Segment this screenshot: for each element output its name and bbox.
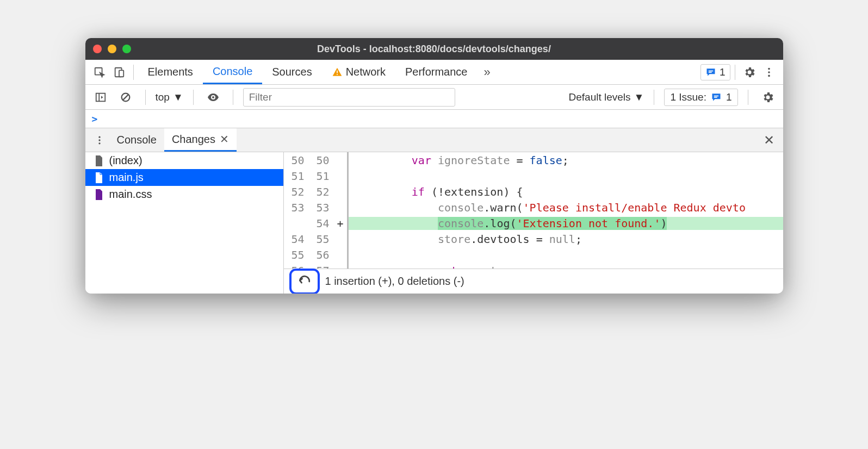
diff-row: 54+ console.log('Extension not found.') xyxy=(284,215,783,231)
diff-content[interactable]: 5050 var ignoreState = false;5151 5252 i… xyxy=(284,152,783,269)
svg-rect-2 xyxy=(119,70,123,77)
divider xyxy=(233,90,233,105)
traffic-lights xyxy=(93,45,131,53)
more-tabs-icon[interactable]: » xyxy=(478,63,497,82)
drawer-kebab-icon[interactable] xyxy=(90,130,109,150)
drawer-changes-label: Changes xyxy=(172,133,215,146)
svg-point-17 xyxy=(98,136,100,138)
tab-console[interactable]: Console xyxy=(203,60,262,84)
dropdown-icon: ▼ xyxy=(634,91,644,103)
maximize-window-button[interactable] xyxy=(122,45,131,53)
clear-console-icon[interactable] xyxy=(116,88,135,107)
context-selector[interactable]: top ▼ xyxy=(156,91,183,103)
titlebar: DevTools - localhost:8080/docs/devtools/… xyxy=(85,38,783,60)
tab-network[interactable]: Network xyxy=(322,60,395,84)
drawer-tab-console[interactable]: Console xyxy=(109,128,164,152)
svg-point-7 xyxy=(768,67,770,70)
inspect-element-icon[interactable] xyxy=(90,63,109,82)
svg-rect-10 xyxy=(96,93,105,101)
file-item-maincss[interactable]: main.css xyxy=(85,186,283,203)
svg-point-18 xyxy=(98,139,100,141)
message-icon xyxy=(705,67,716,78)
svg-rect-16 xyxy=(714,97,717,98)
main-tabs-bar: Elements Console Sources Network Perform… xyxy=(85,60,783,85)
diff-marker: + xyxy=(334,217,347,230)
issues-button[interactable]: 1 Issue: 1 xyxy=(664,89,737,106)
show-sidebar-icon[interactable] xyxy=(91,88,110,107)
levels-label: Default levels xyxy=(569,91,631,103)
settings-icon[interactable] xyxy=(740,63,759,82)
svg-rect-3 xyxy=(337,70,338,73)
close-drawer-icon[interactable]: ✕ xyxy=(759,130,779,150)
diff-marker xyxy=(334,154,347,167)
file-list: (index) main.js main.css xyxy=(85,152,284,294)
close-window-button[interactable] xyxy=(93,45,102,53)
diff-marker xyxy=(334,201,347,214)
svg-rect-15 xyxy=(714,95,718,96)
line-old: 52 xyxy=(284,185,309,198)
line-new: 52 xyxy=(309,185,334,198)
line-old: 55 xyxy=(284,248,309,261)
log-levels[interactable]: Default levels ▼ xyxy=(569,91,644,103)
line-new: 53 xyxy=(309,201,334,214)
revert-icon[interactable] xyxy=(295,272,314,291)
message-icon xyxy=(711,92,722,103)
svg-rect-5 xyxy=(709,70,713,71)
svg-rect-4 xyxy=(337,74,338,75)
divider xyxy=(735,65,735,80)
console-toolbar: top ▼ Default levels ▼ 1 Issue: 1 xyxy=(85,85,783,110)
code-line: var ignoreState = false; xyxy=(349,154,783,167)
diff-row: 5050 var ignoreState = false; xyxy=(284,152,783,168)
dropdown-icon: ▼ xyxy=(173,91,183,103)
svg-rect-6 xyxy=(709,72,712,73)
line-new: 56 xyxy=(309,248,334,261)
line-old: 54 xyxy=(284,233,309,246)
divider xyxy=(193,90,194,105)
line-old: 56 xyxy=(284,264,309,269)
issues-count: 1 xyxy=(726,91,732,103)
diff-row: 5657 return store; xyxy=(284,263,783,269)
file-item-index[interactable]: (index) xyxy=(85,152,283,169)
line-old: 53 xyxy=(284,201,309,214)
changes-panel: (index) main.js main.css 5050 var ignore… xyxy=(85,152,783,294)
diff-row: 5353 console.warn('Please install/enable… xyxy=(284,199,783,215)
svg-point-14 xyxy=(212,96,214,98)
close-tab-icon[interactable]: ✕ xyxy=(220,133,229,146)
line-old: 51 xyxy=(284,170,309,183)
device-toolbar-icon[interactable] xyxy=(109,63,129,82)
tab-sources[interactable]: Sources xyxy=(262,60,321,84)
drawer-tab-changes[interactable]: Changes ✕ xyxy=(164,128,237,152)
tab-performance[interactable]: Performance xyxy=(395,60,478,84)
diff-marker xyxy=(334,248,347,261)
diff-marker xyxy=(334,185,347,198)
issues-count: 1 xyxy=(720,66,726,78)
tab-network-label: Network xyxy=(346,66,386,78)
minimize-window-button[interactable] xyxy=(108,45,116,53)
issues-badge[interactable]: 1 xyxy=(700,64,730,80)
live-expression-icon[interactable] xyxy=(203,88,223,107)
gutter-bar xyxy=(347,247,349,263)
code-line: return store; xyxy=(349,264,783,269)
file-icon xyxy=(94,155,104,166)
line-new: 50 xyxy=(309,154,334,167)
code-line: console.warn('Please install/enable Redu… xyxy=(349,201,783,214)
code-line: if (!extension) { xyxy=(349,185,783,198)
code-line: store.devtools = null; xyxy=(349,233,783,246)
gutter-bar xyxy=(347,168,349,184)
code-line: console.log('Extension not found.') xyxy=(349,217,783,230)
file-item-mainjs[interactable]: main.js xyxy=(85,169,283,186)
file-icon xyxy=(94,189,104,200)
diff-row: 5556 xyxy=(284,247,783,263)
console-prompt[interactable]: > xyxy=(85,110,783,128)
line-new: 51 xyxy=(309,170,334,183)
kebab-menu-icon[interactable] xyxy=(759,63,779,82)
filter-input[interactable] xyxy=(243,88,455,107)
issues-label: 1 Issue: xyxy=(670,91,706,103)
tab-elements[interactable]: Elements xyxy=(138,60,203,84)
diff-marker xyxy=(334,233,347,246)
line-old: 50 xyxy=(284,154,309,167)
console-settings-icon[interactable] xyxy=(758,88,778,107)
diff-row: 5252 if (!extension) { xyxy=(284,184,783,199)
line-new: 57 xyxy=(309,264,334,269)
drawer-console-label: Console xyxy=(117,134,157,146)
